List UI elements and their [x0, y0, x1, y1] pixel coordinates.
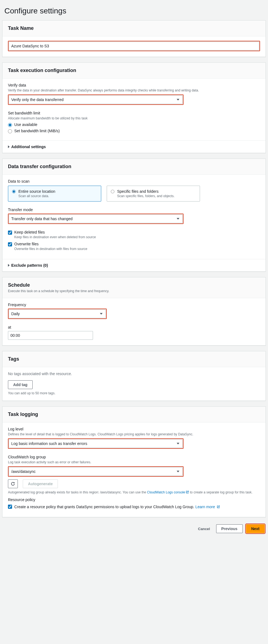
tile-specific-files[interactable]: Specific files and folders Scan specific…	[107, 186, 200, 202]
transfer-mode-value: Transfer only data that has changed	[11, 217, 73, 221]
radio-entire-source[interactable]	[12, 190, 16, 193]
transfer-config-header: Data transfer configuration	[2, 159, 266, 175]
bandwidth-label: Set bandwidth limit	[8, 111, 260, 115]
at-label: at	[8, 325, 260, 329]
footer-buttons: Cancel Previous Next	[2, 523, 266, 535]
task-name-header: Task Name	[2, 21, 266, 36]
schedule-sub: Execute this task on a schedule by speci…	[8, 289, 260, 293]
previous-button[interactable]: Previous	[216, 524, 243, 533]
log-group-hint: Log task execution activity such as erro…	[8, 460, 260, 464]
next-button[interactable]: Next	[246, 524, 265, 533]
tags-header: Tags	[2, 351, 266, 367]
chevron-right-icon	[8, 145, 10, 148]
log-group-select[interactable]: /aws/datasync	[9, 467, 183, 476]
chevron-right-icon	[8, 264, 10, 267]
task-name-input[interactable]	[9, 42, 259, 50]
tile-specific-files-sub: Scan specific files, folders, and object…	[117, 194, 174, 198]
data-to-scan-label: Data to scan	[8, 179, 260, 183]
additional-settings-toggle[interactable]: Additional settings	[2, 140, 266, 153]
check-overwrite-label: Overwrite files	[14, 242, 39, 246]
radio-use-available-label: Use available	[14, 122, 37, 127]
verify-data-select[interactable]: Verify only the data transferred	[9, 95, 183, 104]
verify-data-hint: Verify the data in your destination afte…	[8, 88, 260, 92]
radio-set-bandwidth-label: Set bandwidth limit (MiB/s)	[14, 129, 60, 133]
resource-policy-label: Resource policy	[8, 498, 260, 502]
verify-data-value: Verify only the data transferred	[11, 97, 64, 102]
check-keep-deleted-label: Keep deleted files	[14, 230, 45, 234]
radio-set-bandwidth[interactable]	[8, 129, 12, 133]
check-overwrite-sub: Overwrite files in destination with file…	[14, 247, 260, 251]
tile-entire-source[interactable]: Entire source location Scan all source d…	[8, 186, 101, 202]
bandwidth-hint: Allocate maximum bandwidth to be utilize…	[8, 116, 260, 120]
cloudwatch-console-link[interactable]: CloudWatch Logs console	[147, 490, 189, 494]
frequency-value: Daily	[11, 312, 20, 316]
log-level-hint: Defines the level of detail that is logg…	[8, 432, 260, 436]
verify-data-label: Verify data	[8, 83, 260, 87]
external-link-icon	[186, 490, 189, 494]
at-input[interactable]	[8, 331, 93, 340]
panel-transfer-config: Data transfer configuration Data to scan…	[2, 159, 266, 272]
tags-limit-text: You can add up to 50 more tags.	[8, 391, 260, 395]
learn-more-link[interactable]: Learn more	[195, 505, 220, 509]
autogenerate-button: Autogenerate	[23, 479, 58, 488]
tile-entire-source-title: Entire source location	[18, 189, 55, 194]
transfer-mode-label: Transfer mode	[8, 208, 260, 212]
tags-empty-text: No tags associated with the resource.	[8, 372, 260, 376]
exclude-patterns-label: Exclude patterns (0)	[11, 263, 48, 268]
cancel-button[interactable]: Cancel	[195, 524, 213, 533]
add-tag-button[interactable]: Add tag	[8, 380, 33, 389]
refresh-icon	[11, 482, 15, 486]
check-resource-policy-label: Create a resource policy that grants Dat…	[14, 504, 220, 510]
refresh-button[interactable]	[8, 479, 18, 488]
tile-specific-files-title: Specific files and folders	[117, 189, 174, 194]
check-keep-deleted[interactable]	[8, 231, 12, 235]
panel-task-name: Task Name	[2, 20, 266, 57]
exclude-patterns-toggle[interactable]: Exclude patterns (0)	[2, 259, 266, 271]
schedule-header: Schedule Execute this task on a schedule…	[2, 277, 266, 298]
check-keep-deleted-sub: Keep files in destination even when dele…	[14, 235, 260, 239]
log-group-value: /aws/datasync	[11, 469, 36, 474]
tile-entire-source-sub: Scan all source data.	[18, 194, 55, 198]
autogen-note: Autogenerated log group already exists f…	[8, 490, 260, 494]
radio-use-available[interactable]	[8, 123, 12, 127]
transfer-mode-select[interactable]: Transfer only data that has changed	[9, 214, 183, 223]
log-level-select[interactable]: Log basic information such as transfer e…	[9, 439, 183, 448]
panel-logging: Task logging Log level Defines the level…	[2, 406, 266, 517]
frequency-label: Frequency	[8, 303, 260, 307]
exec-config-header: Task execution configuration	[2, 63, 266, 79]
logging-header: Task logging	[2, 407, 266, 422]
log-level-label: Log level	[8, 427, 260, 431]
panel-schedule: Schedule Execute this task on a schedule…	[2, 277, 266, 346]
page-title: Configure settings	[2, 2, 266, 20]
radio-specific-files[interactable]	[111, 190, 114, 193]
log-level-value: Log basic information such as transfer e…	[11, 441, 87, 446]
external-link-icon	[217, 505, 220, 508]
panel-exec-config: Task execution configuration Verify data…	[2, 62, 266, 153]
additional-settings-label: Additional settings	[11, 145, 46, 149]
check-overwrite[interactable]	[8, 242, 12, 246]
check-resource-policy[interactable]	[8, 505, 12, 509]
log-group-label: CloudWatch log group	[8, 455, 260, 459]
panel-tags: Tags No tags associated with the resourc…	[2, 351, 266, 401]
schedule-title: Schedule	[8, 282, 260, 288]
frequency-select[interactable]: Daily	[9, 309, 106, 318]
